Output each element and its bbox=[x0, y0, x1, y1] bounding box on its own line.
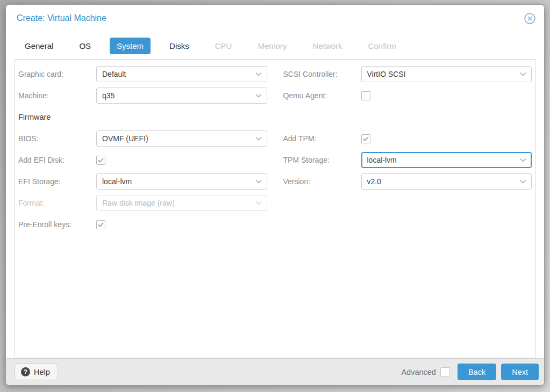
scsi-controller-select[interactable]: VirtIO SCSI bbox=[361, 66, 532, 82]
advanced-checkbox[interactable] bbox=[440, 367, 450, 377]
version-value: v2.0 bbox=[367, 177, 381, 186]
tpm-storage-label: TPM Storage: bbox=[283, 156, 361, 164]
chevron-down-icon bbox=[520, 158, 526, 162]
field-row-qemu-agent: Qemu Agent: bbox=[283, 88, 532, 104]
add-tpm-checkbox[interactable] bbox=[361, 134, 370, 143]
next-button[interactable]: Next bbox=[501, 364, 539, 380]
close-button[interactable] bbox=[524, 12, 535, 24]
add-tpm-label: Add TPM: bbox=[283, 134, 361, 143]
check-icon bbox=[98, 158, 104, 163]
field-row-version: Version: v2.0 bbox=[283, 173, 532, 190]
form-column-left: Graphic card: Default Machine: q35 bbox=[18, 66, 267, 238]
tab-bar: General OS System Disks CPU Memory Netwo… bbox=[18, 35, 544, 56]
graphic-card-select[interactable]: Default bbox=[96, 66, 267, 82]
field-row-machine: Machine: q35 bbox=[18, 88, 267, 104]
chevron-down-icon bbox=[520, 179, 526, 184]
qemu-agent-label: Qemu Agent: bbox=[283, 91, 361, 100]
tab-general[interactable]: General bbox=[18, 38, 60, 54]
graphic-card-value: Default bbox=[102, 70, 126, 78]
field-row-bios: BIOS: OVMF (UEFI) bbox=[18, 130, 267, 147]
firmware-section-row: Firmware bbox=[18, 109, 267, 125]
chevron-down-icon bbox=[520, 72, 526, 76]
machine-label: Machine: bbox=[18, 91, 96, 100]
chevron-down-icon bbox=[255, 93, 262, 98]
field-row-pre-enroll-keys: Pre-Enroll keys: bbox=[18, 216, 267, 233]
format-value: Raw disk image (raw) bbox=[102, 199, 175, 207]
field-row-add-efi-disk: Add EFI Disk: bbox=[18, 152, 267, 168]
help-button[interactable]: ? Help bbox=[15, 364, 58, 380]
create-vm-dialog: Create: Virtual Machine General OS Syste… bbox=[5, 4, 545, 386]
field-row-add-tpm: Add TPM: bbox=[283, 130, 532, 147]
chevron-down-icon bbox=[255, 179, 262, 184]
dialog-footer: ? Help Advanced Back Next bbox=[6, 358, 544, 385]
qemu-agent-checkbox[interactable] bbox=[361, 91, 370, 100]
column-spacer bbox=[283, 109, 532, 125]
tab-disks[interactable]: Disks bbox=[162, 38, 196, 54]
scsi-controller-label: SCSI Controller: bbox=[283, 70, 361, 78]
version-label: Version: bbox=[283, 177, 361, 186]
chevron-down-icon bbox=[255, 201, 262, 205]
bios-select[interactable]: OVMF (UEFI) bbox=[96, 130, 267, 147]
field-row-scsi-controller: SCSI Controller: VirtIO SCSI bbox=[283, 66, 532, 82]
tpm-storage-value: local-lvm bbox=[367, 156, 397, 164]
format-label: Format: bbox=[18, 199, 96, 207]
field-row-format: Format: Raw disk image (raw) bbox=[18, 195, 267, 211]
tab-network: Network bbox=[306, 38, 349, 54]
bios-label: BIOS: bbox=[18, 134, 96, 143]
machine-select[interactable]: q35 bbox=[96, 88, 267, 104]
form-column-right: SCSI Controller: VirtIO SCSI Qemu Agent:… bbox=[283, 66, 532, 238]
add-efi-disk-checkbox[interactable] bbox=[96, 156, 105, 165]
bios-value: OVMF (UEFI) bbox=[102, 134, 148, 143]
field-row-tpm-storage: TPM Storage: local-lvm bbox=[283, 152, 532, 168]
dialog-header: Create: Virtual Machine bbox=[6, 5, 544, 26]
format-select: Raw disk image (raw) bbox=[96, 195, 267, 211]
efi-storage-label: EFI Storage: bbox=[18, 177, 96, 186]
version-select[interactable]: v2.0 bbox=[361, 173, 532, 190]
dialog-title: Create: Virtual Machine bbox=[17, 13, 106, 23]
efi-storage-select[interactable]: local-lvm bbox=[96, 173, 267, 190]
tab-confirm: Confirm bbox=[361, 38, 404, 54]
form-panel: Graphic card: Default Machine: q35 bbox=[15, 59, 535, 358]
check-icon bbox=[363, 136, 369, 141]
field-row-efi-storage: EFI Storage: local-lvm bbox=[18, 173, 267, 190]
tab-os[interactable]: OS bbox=[72, 38, 98, 54]
scsi-controller-value: VirtIO SCSI bbox=[367, 70, 406, 78]
pre-enroll-keys-checkbox[interactable] bbox=[96, 220, 105, 229]
tpm-storage-select[interactable]: local-lvm bbox=[361, 152, 532, 168]
help-button-label: Help bbox=[34, 368, 50, 376]
tab-system[interactable]: System bbox=[110, 38, 151, 54]
chevron-down-icon bbox=[255, 72, 262, 76]
tab-memory: Memory bbox=[251, 38, 294, 54]
chevron-down-icon bbox=[255, 136, 262, 141]
back-button[interactable]: Back bbox=[458, 364, 496, 380]
footer-actions: Advanced Back Next bbox=[401, 364, 539, 380]
pre-enroll-keys-label: Pre-Enroll keys: bbox=[18, 220, 96, 229]
check-icon bbox=[98, 222, 104, 227]
close-icon bbox=[524, 13, 535, 24]
graphic-card-label: Graphic card: bbox=[18, 70, 96, 78]
advanced-label: Advanced bbox=[401, 368, 436, 376]
field-row-graphic-card: Graphic card: Default bbox=[18, 66, 267, 82]
machine-value: q35 bbox=[102, 91, 115, 100]
efi-storage-value: local-lvm bbox=[102, 177, 132, 186]
question-icon: ? bbox=[21, 367, 30, 376]
add-efi-disk-label: Add EFI Disk: bbox=[18, 156, 96, 164]
firmware-section-label: Firmware bbox=[18, 113, 51, 121]
tab-cpu: CPU bbox=[208, 38, 239, 54]
